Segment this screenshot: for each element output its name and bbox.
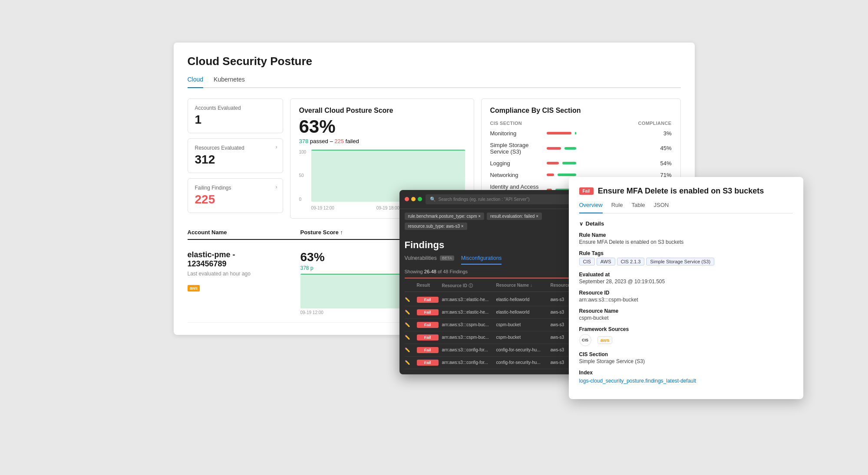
resources-evaluated-card: › Resources Evaluated 312 (188, 138, 283, 173)
detail-framework-sources: Framework Sources CIS aws (579, 326, 793, 346)
accounts-value: 1 (195, 113, 276, 127)
detail-fail-badge: Fail (579, 187, 594, 195)
detail-tab-overview[interactable]: Overview (579, 202, 603, 213)
compliance-bar-3 (547, 174, 651, 176)
col-resource-name: Resource Name ↓ (496, 283, 547, 289)
expand-dot[interactable] (418, 197, 422, 201)
detail-tab-table[interactable]: Table (631, 202, 645, 213)
y-label-0: 0 (299, 197, 310, 202)
filter-tag-0[interactable]: rule.benchmark.posture_type: cspm × (405, 213, 485, 220)
passed-label: passed (310, 138, 328, 144)
tag-0: CIS (579, 258, 595, 265)
findings-title: Findings (405, 239, 585, 251)
row-icon-0: ✏️ (405, 297, 413, 302)
findings-row-1[interactable]: ✏️ Fail arn:aws:s3:::elastic-he... elast… (405, 306, 585, 319)
account-last-evaluated: Last evaluated an hour ago (188, 271, 300, 277)
row-result-5: Fail (417, 360, 439, 366)
resources-arrow-icon: › (276, 144, 277, 150)
x-label-2: 09-19 18:00 (376, 206, 399, 210)
row-resource-name-5: config-for-security-hu... (496, 360, 547, 365)
x-label-1: 09-19 12:00 (311, 206, 334, 210)
detail-rule-tags: Rule Tags CISAWSCIS 2.1.3Simple Storage … (579, 250, 793, 266)
index-link[interactable]: logs-cloud_security_posture.findings_lat… (579, 378, 696, 384)
compliance-col1: CIS Section (490, 121, 522, 126)
resources-value: 312 (195, 153, 276, 167)
compliance-title: Compliance By CIS Section (490, 107, 672, 115)
compliance-name-2: Logging (490, 160, 543, 167)
accounts-evaluated-card: Accounts Evaluated 1 (188, 98, 283, 133)
search-placeholder-text: Search findings (eg. rule.section : "API… (439, 197, 530, 202)
findings-row-4[interactable]: ✏️ Fail arn:aws:s3:::config-for... confi… (405, 344, 585, 357)
score-separator: – (330, 138, 334, 144)
row-resource-id-2: arn:aws:s3:::cspm-buc... (442, 322, 493, 327)
detail-tabs: Overview Rule Table JSON (579, 202, 793, 213)
filter-tag-2[interactable]: resource.sub_type: aws-s3 × (405, 223, 467, 230)
failing-arrow-icon: › (276, 184, 277, 190)
compliance-name-0: Monitoring (490, 130, 543, 137)
y-label-50: 50 (299, 173, 310, 178)
detail-evaluated-at: Evaluated at September 28, 2023 @ 10:19:… (579, 272, 793, 285)
compliance-bar-0 (547, 132, 651, 134)
findings-tab-misconfig[interactable]: Misconfigurations (461, 255, 502, 265)
window-controls (405, 197, 422, 201)
tab-cloud[interactable]: Cloud (188, 76, 204, 88)
detail-tab-json[interactable]: JSON (654, 202, 669, 213)
findings-body: Findings Vulnerabilities BETA Misconfigu… (399, 239, 591, 374)
row-icon-5: ✏️ (405, 360, 413, 365)
detail-tab-rule[interactable]: Rule (611, 202, 623, 213)
findings-row-0[interactable]: ✏️ Fail arn:aws:s3:::elastic-he... elast… (405, 294, 585, 306)
compliance-bar-2 (547, 162, 651, 164)
row-icon-3: ✏️ (405, 335, 413, 340)
score-value: 63% (299, 116, 465, 137)
cis-framework-icon: CIS (579, 334, 591, 346)
detail-rule-name: Rule Name Ensure MFA Delete is enabled o… (579, 232, 793, 245)
accounts-label: Accounts Evaluated (195, 105, 276, 111)
findings-table-header: Result Resource ID ⓘ Resource Name ↓ Res… (405, 280, 585, 292)
y-label-100: 100 (299, 150, 310, 154)
detail-cis-section: CIS Section Simple Storage Service (S3) (579, 351, 793, 364)
detail-resource-id: Resource ID arn:aws:s3:::cspm-bucket (579, 290, 793, 303)
failed-count: 225 (334, 138, 344, 144)
tags-container: CISAWSCIS 2.1.3Simple Storage Service (S… (579, 257, 793, 266)
chart-y-axis: 100 50 0 (299, 150, 310, 202)
detail-header: Fail Ensure MFA Delete is enabled on S3 … (579, 187, 793, 196)
compliance-row-monitoring: Monitoring 3% (490, 130, 672, 137)
findings-row-2[interactable]: ✏️ Fail arn:aws:s3:::cspm-buc... cspm-bu… (405, 319, 585, 331)
aws-text: aws (188, 285, 200, 292)
findings-overlay: 🔍 Search findings (eg. rule.section : "A… (399, 190, 591, 374)
row-resource-id-4: arn:aws:s3:::config-for... (442, 347, 493, 352)
stat-cards: Accounts Evaluated 1 › Resources Evaluat… (188, 98, 283, 219)
tag-1: AWS (597, 258, 615, 265)
row-resource-id-0: arn:aws:s3:::elastic-he... (442, 297, 493, 302)
compliance-pct-1: 45% (656, 145, 672, 151)
passed-count: 378 (299, 138, 309, 144)
score-title: Overall Cloud Posture Score (299, 107, 465, 115)
compliance-header: CIS Section Compliance (490, 121, 672, 126)
row-resource-name-4: config-for-security-hu... (496, 347, 547, 352)
compliance-bar-1 (547, 147, 651, 150)
findings-tab-vuln[interactable]: Vulnerabilities BETA (405, 255, 454, 265)
detail-section-title: Details (579, 220, 793, 227)
findings-row-3[interactable]: ✏️ Fail arn:aws:s3:::cspm-buc... cspm-bu… (405, 331, 585, 344)
filter-tag-1[interactable]: result.evaluation: failed × (487, 213, 542, 220)
close-dot[interactable] (405, 197, 409, 201)
failed-label: failed (346, 138, 359, 144)
compliance-name-3: Networking (490, 172, 543, 178)
compliance-pct-0: 3% (656, 130, 672, 137)
row-icon-4: ✏️ (405, 347, 413, 352)
account-passed: 378 p (300, 265, 314, 271)
findings-count-highlight: 26-48 (424, 269, 436, 274)
minimize-dot[interactable] (411, 197, 416, 201)
findings-count: Showing 26-48 of 48 Findings (405, 269, 585, 274)
row-result-0: Fail (417, 297, 439, 303)
tab-kubernetes[interactable]: Kubernetes (214, 76, 245, 88)
findings-search-bar[interactable]: 🔍 Search findings (eg. rule.section : "A… (426, 194, 585, 204)
row-resource-id-1: arn:aws:s3:::elastic-he... (442, 310, 493, 314)
row-result-3: Fail (417, 334, 439, 341)
search-icon: 🔍 (430, 197, 436, 202)
findings-row-5[interactable]: ✏️ Fail arn:aws:s3:::config-for... confi… (405, 357, 585, 369)
beta-badge: BETA (440, 256, 454, 261)
compliance-row-s3: Simple Storage Service (S3) 45% (490, 142, 672, 155)
failing-label: Failing Findings (195, 185, 276, 191)
findings-toolbar: 🔍 Search findings (eg. rule.section : "A… (399, 190, 591, 209)
